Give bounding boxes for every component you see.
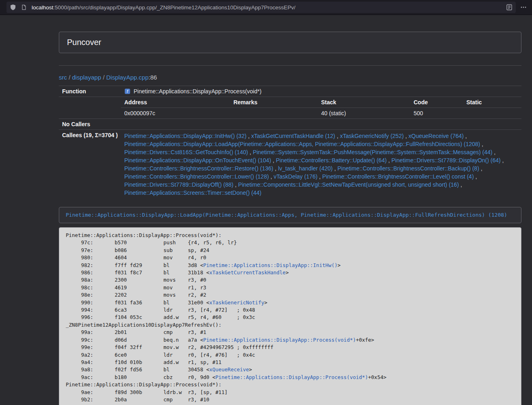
url-text: localhost:5000/path/src/displayapp/Displ…: [32, 4, 501, 11]
main-content: Puncover src / displayapp / DisplayApp.c…: [59, 32, 521, 405]
callee-link[interactable]: xQueueReceive (764): [409, 133, 464, 139]
no-callers-label: No Callers: [59, 119, 121, 130]
callee-link[interactable]: Pinetime::Applications::DisplayApp::OnTo…: [124, 157, 271, 164]
code-symbol-link[interactable]: Pinetime::Applications::DisplayApp::Init…: [203, 262, 338, 268]
symbol-table: Function f Pinetime::Applications::Displ…: [59, 86, 521, 199]
page-title: Puncover: [67, 38, 101, 47]
code-line: 990: f031 fa36 bl 31e00 <xTaskGenericNot…: [66, 299, 515, 306]
callee-separator: ,: [464, 133, 467, 139]
callee-link[interactable]: xTaskGetCurrentTaskHandle (12): [251, 133, 335, 139]
callees-list: Pinetime::Applications::DisplayApp::Init…: [121, 130, 521, 199]
callee-separator: ,: [246, 133, 251, 139]
callers-row: No Callers: [59, 119, 521, 130]
col-header-stack: Stack: [318, 97, 410, 108]
code-line: Pinetime::Applications::DisplayApp::Proc…: [66, 232, 515, 239]
callee-separator: ,: [387, 157, 392, 164]
code-line: 9a4: f10d 010b add.w r1, sp, #11: [66, 359, 515, 366]
code-line: 9a2: 6ce0 ldr r0, [r4, #76] ; 0x4c: [66, 351, 515, 359]
code-line: 986: f031 f8c7 bl 31b18 <xTaskGetCurrent…: [66, 269, 515, 276]
callee-link[interactable]: Pinetime::Controllers::Battery::Update()…: [276, 157, 387, 164]
details-table: Address Remarks Stack Code Static 0x0000…: [121, 97, 521, 118]
divider: [59, 65, 521, 66]
callee-link[interactable]: Pinetime::Controllers::BrightnessControl…: [322, 173, 474, 180]
callee-link[interactable]: Pinetime::Applications::DisplayApp::Load…: [124, 141, 480, 147]
code-line: 9b2: 2b0a cmp r3, #10: [66, 396, 515, 403]
function-row: Function f Pinetime::Applications::Displ…: [59, 86, 521, 97]
breadcrumb: src / displayapp / DisplayApp.cpp:86: [59, 74, 521, 81]
breadcrumb-link[interactable]: displayapp: [72, 74, 101, 81]
callee-link[interactable]: vTaskDelay (176): [274, 173, 317, 180]
callee-separator: ,: [474, 173, 477, 180]
callee-link[interactable]: Pinetime::Controllers::BrightnessControl…: [124, 165, 273, 172]
code-line: 9ac: b180 cbz r0, 9d0 <Pinetime::Applica…: [66, 374, 515, 381]
callee-link[interactable]: Pinetime::Drivers::St7789::DisplayOff() …: [124, 181, 233, 188]
code-symbol-link[interactable]: xTaskGetCurrentTaskHandle: [209, 269, 286, 276]
code-line: 996: f104 053c add.w r5, r4, #60 ; 0x3c: [66, 314, 515, 321]
app-header-panel: Puncover: [59, 32, 521, 53]
callee-separator: ,: [404, 133, 409, 139]
code-line: _ZN8Pinetime12Applications10DisplayApp7R…: [66, 321, 515, 329]
browser-toolbar: localhost:5000/path/src/displayapp/Displ…: [0, 0, 532, 15]
code-line: 98e: 2202 movs r2, #2: [66, 291, 515, 299]
code-line: 98c: 4619 mov r1, r3: [66, 284, 515, 291]
breadcrumb-separator: /: [101, 74, 106, 81]
page-info-icon[interactable]: [21, 4, 27, 10]
url-path: :5000/path/src/displayapp/DisplayApp.cpp…: [53, 4, 295, 11]
callee-separator: ,: [479, 165, 482, 172]
breadcrumb-line-number: :86: [149, 74, 157, 81]
disassembly-code: Pinetime::Applications::DisplayApp::Proc…: [59, 227, 521, 405]
code-line: 980: 4604 mov r4, r0: [66, 254, 515, 261]
reader-mode-icon[interactable]: [506, 4, 513, 11]
url-domain: localhost: [32, 4, 53, 11]
callee-link[interactable]: Pinetime::Drivers::Cst816S::GetTouchInfo…: [124, 149, 248, 155]
breadcrumb-separator: /: [67, 74, 72, 81]
code-symbol-link[interactable]: Pinetime::Applications::DisplayApp::Proc…: [215, 374, 368, 380]
details-row: Address Remarks Stack Code Static 0x0000…: [59, 97, 521, 119]
remarks-value: [230, 108, 318, 119]
callee-link[interactable]: Pinetime::Applications::DisplayApp::Init…: [124, 133, 246, 139]
function-name: Pinetime::Applications::DisplayApp::Proc…: [134, 88, 261, 95]
code-symbol-link[interactable]: Pinetime::Applications::DisplayApp::Proc…: [203, 337, 356, 343]
details-row-label: [59, 97, 121, 119]
callee-separator: ,: [269, 173, 274, 180]
callee-separator: ,: [501, 157, 504, 164]
callee-separator: ,: [317, 173, 322, 180]
address-value: 0x0000097c: [121, 108, 230, 119]
col-header-address: Address: [121, 97, 230, 108]
function-row-label: Function: [59, 86, 121, 97]
breadcrumb-link[interactable]: src: [59, 74, 67, 81]
callee-link[interactable]: Pinetime::Components::LittleVgl::SetNewT…: [238, 181, 459, 188]
tracking-protection-shield-icon[interactable]: [10, 4, 16, 11]
callee-link[interactable]: Pinetime::Applications::Screens::Timer::…: [124, 190, 261, 196]
code-line: 99a: 2b01 cmp r3, #1: [66, 329, 515, 336]
page-actions-menu-icon[interactable]: [518, 2, 529, 13]
function-icon: f: [124, 88, 131, 95]
col-header-remarks: Remarks: [230, 97, 318, 108]
callees-row: Callees (19, Σ=3704 ) Pinetime::Applicat…: [59, 130, 521, 199]
code-line: 99c: d06d beq.n a7a <Pinetime::Applicati…: [66, 336, 515, 344]
code-line: 9a8: f02f fd56 bl 30458 <xQueueReceive>: [66, 366, 515, 373]
breadcrumb-link[interactable]: DisplayApp.cpp: [106, 74, 149, 81]
callee-link[interactable]: Pinetime::System::SystemTask::PushMessag…: [253, 149, 493, 155]
highlighted-symbol-panel: Pinetime::Applications::DisplayApp::Load…: [59, 207, 521, 223]
stack-value: 40 (static): [318, 108, 410, 119]
callee-link[interactable]: Pinetime::Drivers::St7789::DisplayOn() (…: [392, 157, 501, 164]
code-line: 9ae: f89d 300b ldrb.w r3, [sp, #11]: [66, 389, 515, 396]
col-header-code: Code: [410, 97, 463, 108]
code-size-value: 500: [410, 108, 463, 119]
col-header-static: Static: [463, 97, 521, 108]
highlighted-symbol-link[interactable]: Pinetime::Applications::DisplayApp::Load…: [66, 212, 507, 218]
callee-separator: ,: [273, 165, 278, 172]
callee-link[interactable]: Pinetime::Controllers::BrightnessControl…: [124, 173, 269, 180]
callee-link[interactable]: lv_task_handler (420): [278, 165, 333, 172]
url-bar[interactable]: localhost:5000/path/src/displayapp/Displ…: [6, 2, 516, 13]
callee-separator: ,: [233, 181, 238, 188]
callee-link[interactable]: xTaskGenericNotify (252): [340, 133, 404, 139]
details-value-row: 0x0000097c 40 (static) 500: [121, 108, 521, 119]
code-symbol-link[interactable]: xTaskGenericNotify: [209, 299, 264, 306]
code-line: 982: f7ff fd29 bl 3d8 <Pinetime::Applica…: [66, 262, 515, 269]
code-line: Pinetime::Applications::DisplayApp::Proc…: [66, 381, 515, 388]
callee-link[interactable]: Pinetime::Controllers::BrightnessControl…: [337, 165, 479, 172]
details-header-row: Address Remarks Stack Code Static: [121, 97, 521, 108]
code-symbol-link[interactable]: xQueueReceive: [209, 366, 249, 373]
